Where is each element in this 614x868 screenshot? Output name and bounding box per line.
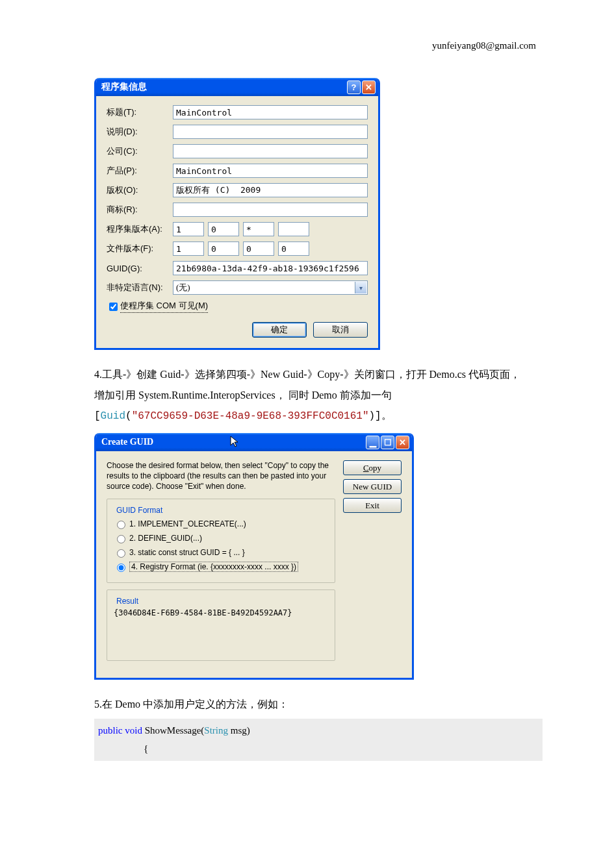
step-4-paragraph-a: 4.工具-》创建 Guid-》选择第四项-》New Guid-》Copy-》关闭… [94, 364, 543, 385]
guid-format-legend: GUID Format [114, 506, 165, 515]
label-company: 公司(C): [107, 145, 173, 157]
label-copyright: 版权(O): [107, 184, 173, 196]
label-trademark: 商标(R): [107, 204, 173, 216]
guid-result-legend: Result [114, 597, 141, 606]
close-icon[interactable]: ✕ [362, 81, 376, 94]
page-header-email: yunfeiyang08@gmail.com [432, 40, 536, 51]
com-visible-checkbox[interactable] [109, 303, 118, 311]
guid-format-radio-3[interactable] [117, 549, 125, 558]
create-guid-instructions: Choose the desired format below, then se… [107, 460, 335, 492]
copy-button[interactable]: CCopyopy [343, 460, 402, 475]
title-input[interactable] [173, 105, 368, 119]
guid-format-radio-4[interactable] [117, 564, 125, 572]
guid-format-label-2: 2. DEFINE_GUID(...) [129, 534, 202, 543]
guid-attribute-line: [Guid("67CC9659-D63E-48a9-9E68-393FFC0C0… [94, 406, 543, 427]
guid-format-radio-1[interactable] [117, 521, 125, 529]
company-input[interactable] [173, 144, 368, 158]
assembly-info-title: 程序集信息 [101, 81, 346, 93]
cancel-button[interactable]: 取消 [313, 322, 368, 338]
guid-format-group: GUID Format 1. IMPLEMENT_OLECREATE(...) … [107, 499, 335, 583]
label-title: 标题(T): [107, 106, 173, 118]
label-assembly-version: 程序集版本(A): [107, 223, 173, 235]
trademark-input[interactable] [173, 203, 368, 217]
asm-ver-3[interactable] [278, 222, 309, 236]
guid-format-label-3: 3. static const struct GUID = { ... } [129, 548, 245, 557]
asm-ver-0[interactable] [173, 222, 204, 236]
exit-button[interactable]: Exit [343, 498, 402, 513]
guid-input[interactable] [173, 261, 368, 275]
asm-ver-1[interactable] [208, 222, 239, 236]
maximize-icon[interactable]: ☐ [381, 436, 394, 449]
guid-result-value: {3046D84E-F6B9-4584-81BE-B492D4592AA7} [114, 608, 328, 617]
label-product: 产品(P): [107, 165, 173, 177]
description-input[interactable] [173, 125, 368, 139]
guid-format-label-4: 4. Registry Format (ie. {xxxxxxxx-xxxx .… [129, 562, 298, 572]
guid-result-group: Result {3046D84E-F6B9-4584-81BE-B492D459… [107, 589, 335, 661]
label-guid: GUID(G): [107, 264, 173, 273]
ok-button[interactable]: 确定 [252, 322, 307, 338]
minimize-icon[interactable]: ▁ [366, 436, 379, 449]
neutral-language-select[interactable]: (无) ▾ [173, 280, 368, 295]
create-guid-dialog: Create GUID ▁ ☐ ✕ Choose the desired for… [94, 433, 414, 680]
code-block: public void ShowMessage(String msg) { [94, 719, 543, 761]
step-4-paragraph-b: 增加引用 System.Runtime.InteropServices， 同时 … [94, 385, 543, 406]
code-line-2: { [98, 739, 539, 758]
guid-format-radio-2[interactable] [117, 535, 125, 543]
file-ver-1[interactable] [208, 242, 239, 256]
file-ver-2[interactable] [243, 242, 274, 256]
code-line-1: public void ShowMessage(String msg) [98, 721, 539, 740]
file-ver-3[interactable] [278, 242, 309, 256]
file-ver-0[interactable] [173, 242, 204, 256]
new-guid-button[interactable]: New GUID [343, 479, 402, 494]
guid-format-label-1: 1. IMPLEMENT_OLECREATE(...) [129, 519, 246, 528]
product-input[interactable] [173, 164, 368, 178]
create-guid-titlebar[interactable]: Create GUID ▁ ☐ ✕ [96, 433, 412, 451]
assembly-info-dialog: 程序集信息 ? ✕ 标题(T): 说明(D): 公司(C): 产品(P): 版 [94, 78, 380, 350]
com-visible-label: 使程序集 COM 可见(M) [120, 300, 208, 313]
copyright-input[interactable] [173, 183, 368, 197]
label-description: 说明(D): [107, 126, 173, 138]
create-guid-title: Create GUID [101, 437, 226, 447]
cursor-icon [230, 436, 240, 449]
assembly-info-titlebar[interactable]: 程序集信息 ? ✕ [96, 78, 378, 96]
label-file-version: 文件版本(F): [107, 243, 173, 254]
close-icon[interactable]: ✕ [396, 436, 409, 449]
label-neutral-language: 非特定语言(N): [107, 282, 173, 293]
help-icon[interactable]: ? [347, 81, 361, 94]
step-5-paragraph: 5.在 Demo 中添加用户定义的方法，例如： [94, 694, 543, 715]
neutral-language-value: (无) [176, 282, 190, 293]
asm-ver-2[interactable] [243, 222, 274, 236]
chevron-down-icon[interactable]: ▾ [355, 282, 366, 293]
